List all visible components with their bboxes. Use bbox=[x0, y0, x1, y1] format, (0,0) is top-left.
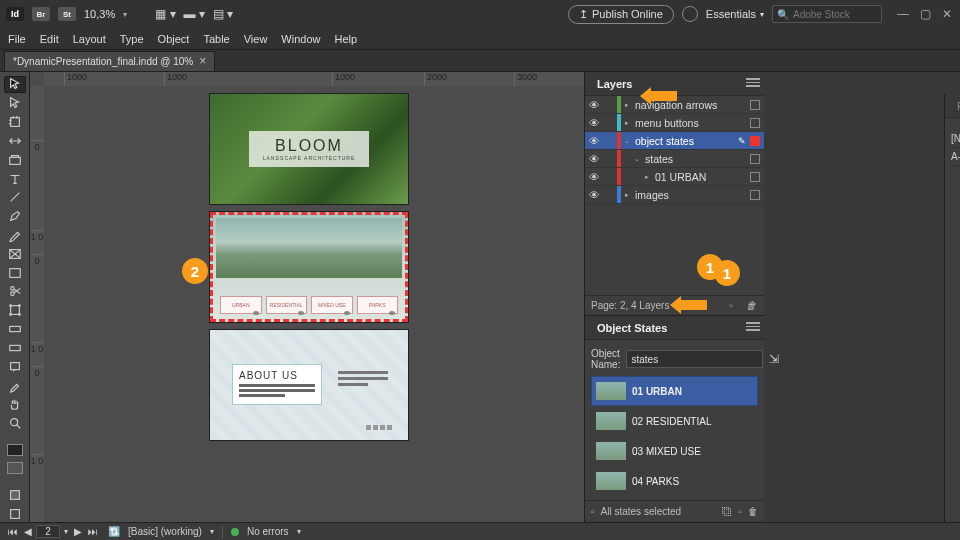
page-1[interactable]: BLOOM LANDSCAPE ARCHITECTURE bbox=[210, 94, 408, 204]
view-options-icon[interactable]: ▤ ▾ bbox=[213, 7, 233, 21]
layers-tab[interactable]: Layers bbox=[591, 74, 638, 94]
arrange-icon[interactable]: ▦ ▾ bbox=[155, 7, 175, 21]
zoom-level[interactable]: 10,3% bbox=[84, 8, 115, 20]
minimize-button[interactable]: — bbox=[896, 7, 910, 21]
close-tab-icon[interactable]: × bbox=[199, 54, 206, 68]
next-page-icon[interactable]: ▶ bbox=[72, 526, 84, 537]
hand-tool[interactable] bbox=[4, 396, 26, 413]
pen-tool[interactable] bbox=[4, 208, 26, 225]
layer-row[interactable]: 👁 ▸ 01 URBAN bbox=[585, 168, 764, 186]
zoom-tool[interactable] bbox=[4, 415, 26, 432]
view-mode-preview[interactable] bbox=[4, 505, 26, 522]
close-button[interactable]: ✕ bbox=[940, 7, 954, 21]
maximize-button[interactable]: ▢ bbox=[918, 7, 932, 21]
preflight-preset[interactable]: [Basic] (working) bbox=[128, 526, 202, 537]
menu-object[interactable]: Object bbox=[158, 33, 190, 45]
disclosure-icon[interactable]: ▸ bbox=[621, 119, 633, 127]
menu-layout[interactable]: Layout bbox=[73, 33, 106, 45]
page-2-selected[interactable]: URBAN RESIDENTIAL MIXED USE PARKS bbox=[210, 212, 408, 322]
visibility-icon[interactable]: 👁 bbox=[585, 135, 603, 147]
first-page-icon[interactable]: ⏮ bbox=[6, 526, 20, 537]
prev-page-icon[interactable]: ◀ bbox=[22, 526, 34, 537]
type-tool[interactable] bbox=[4, 170, 26, 187]
eyedropper-tool[interactable] bbox=[4, 377, 26, 394]
layer-row[interactable]: 👁 ▸ images bbox=[585, 186, 764, 204]
help-bulb-icon[interactable] bbox=[682, 6, 698, 22]
delete-layer-icon[interactable]: 🗑 bbox=[744, 299, 758, 313]
gradient-swatch-tool[interactable] bbox=[4, 321, 26, 338]
document-tab[interactable]: *DynamicPresentation_final.indd @ 10% × bbox=[4, 51, 215, 71]
chevron-down-icon[interactable]: ▾ bbox=[62, 527, 70, 536]
layer-row[interactable]: 👁 ⌄ states bbox=[585, 150, 764, 168]
panel-menu-icon[interactable] bbox=[746, 322, 760, 332]
properties-tab[interactable]: Properties bbox=[951, 96, 960, 116]
view-mode-normal[interactable] bbox=[4, 486, 26, 503]
disclosure-icon[interactable]: ▸ bbox=[621, 101, 633, 109]
new-layer-icon[interactable]: ▫ bbox=[724, 299, 738, 313]
bridge-button[interactable]: Br bbox=[32, 7, 50, 21]
selection-square[interactable] bbox=[750, 190, 760, 200]
page-3[interactable]: ABOUT US bbox=[210, 330, 408, 440]
master-none[interactable]: [None] bbox=[949, 130, 960, 148]
object-states-header[interactable]: Object States bbox=[585, 316, 764, 340]
chevron-down-icon[interactable]: ▾ bbox=[123, 10, 127, 19]
disclosure-icon[interactable]: ▸ bbox=[641, 173, 653, 181]
page-tool[interactable] bbox=[4, 114, 26, 131]
chevron-down-icon[interactable]: ▾ bbox=[297, 527, 301, 536]
direct-selection-tool[interactable] bbox=[4, 95, 26, 112]
object-states-tab[interactable]: Object States bbox=[591, 318, 673, 338]
selection-tool[interactable] bbox=[4, 76, 26, 93]
convert-icon[interactable]: ⇲ bbox=[769, 352, 779, 366]
preview-spread-icon[interactable]: ▫ bbox=[591, 506, 595, 517]
state-row[interactable]: 02 RESIDENTIAL bbox=[591, 406, 758, 436]
selection-square[interactable] bbox=[750, 118, 760, 128]
menu-type[interactable]: Type bbox=[120, 33, 144, 45]
state-row[interactable]: 04 PARKS bbox=[591, 466, 758, 496]
layer-row[interactable]: 👁 ⌄ object states ✎ bbox=[585, 132, 764, 150]
gap-tool[interactable] bbox=[4, 133, 26, 150]
selection-square[interactable] bbox=[750, 100, 760, 110]
menu-table[interactable]: Table bbox=[203, 33, 229, 45]
publish-online-button[interactable]: ↥ Publish Online bbox=[568, 5, 674, 24]
visibility-icon[interactable]: 👁 bbox=[585, 153, 603, 165]
screen-mode-icon[interactable]: ▬ ▾ bbox=[184, 7, 205, 21]
disclosure-icon[interactable]: ▸ bbox=[621, 191, 633, 199]
selection-square[interactable] bbox=[750, 154, 760, 164]
menu-file[interactable]: File bbox=[8, 33, 26, 45]
rectangle-frame-tool[interactable] bbox=[4, 245, 26, 262]
rectangle-tool[interactable] bbox=[4, 264, 26, 281]
gradient-feather-tool[interactable] bbox=[4, 340, 26, 357]
paste-into-icon[interactable]: ⿻ bbox=[722, 506, 732, 517]
chevron-down-icon[interactable]: ▾ bbox=[210, 527, 214, 536]
disclosure-icon[interactable]: ⌄ bbox=[621, 137, 633, 145]
line-tool[interactable] bbox=[4, 189, 26, 206]
stock-search-input[interactable]: 🔍 Adobe Stock bbox=[772, 5, 882, 23]
menu-window[interactable]: Window bbox=[281, 33, 320, 45]
selection-square[interactable] bbox=[750, 172, 760, 182]
state-row[interactable]: 01 URBAN bbox=[591, 376, 758, 406]
visibility-icon[interactable]: 👁 bbox=[585, 99, 603, 111]
state-row[interactable]: 03 MIXED USE bbox=[591, 436, 758, 466]
fill-stroke-swatch[interactable] bbox=[4, 441, 26, 458]
scissors-tool[interactable] bbox=[4, 283, 26, 300]
menu-help[interactable]: Help bbox=[334, 33, 357, 45]
disclosure-icon[interactable]: ⌄ bbox=[631, 155, 643, 163]
visibility-icon[interactable]: 👁 bbox=[585, 171, 603, 183]
object-name-input[interactable] bbox=[626, 350, 763, 368]
layer-row[interactable]: 👁 ▸ menu buttons bbox=[585, 114, 764, 132]
menu-edit[interactable]: Edit bbox=[40, 33, 59, 45]
panel-menu-icon[interactable] bbox=[746, 78, 760, 88]
new-state-icon[interactable]: ▫ bbox=[738, 506, 742, 517]
document-canvas[interactable]: 1000 1000 1000 2000 3000 0 1 0 0 1 0 0 1… bbox=[30, 72, 584, 522]
visibility-icon[interactable]: 👁 bbox=[585, 189, 603, 201]
delete-state-icon[interactable]: 🗑 bbox=[748, 506, 758, 517]
last-page-icon[interactable]: ⏭ bbox=[86, 526, 100, 537]
stock-button[interactable]: St bbox=[58, 7, 76, 21]
visibility-icon[interactable]: 👁 bbox=[585, 117, 603, 129]
content-collector-tool[interactable] bbox=[4, 151, 26, 168]
menu-view[interactable]: View bbox=[244, 33, 268, 45]
workspace-selector[interactable]: Essentials ▾ bbox=[706, 8, 764, 20]
apply-color[interactable] bbox=[4, 460, 26, 477]
note-tool[interactable] bbox=[4, 358, 26, 375]
page-number-input[interactable]: 2 bbox=[36, 525, 60, 538]
